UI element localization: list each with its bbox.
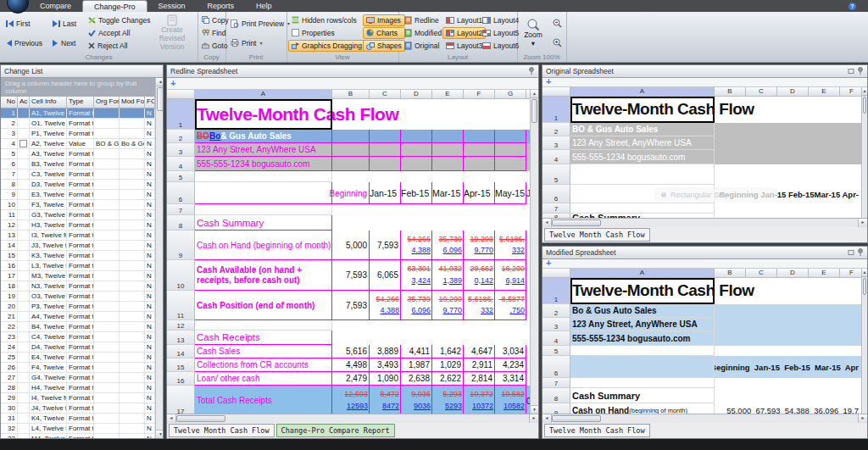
column-header-F[interactable]: F: [840, 87, 861, 97]
properties-button[interactable]: Properties: [288, 27, 365, 39]
cell-A7[interactable]: [570, 378, 715, 388]
cell-A1[interactable]: Twelve-Month Cash Flow: [195, 99, 332, 130]
row-header-5[interactable]: 5: [542, 164, 570, 185]
cell-A8[interactable]: Cash Summary: [570, 388, 715, 403]
cell-A17[interactable]: Total Cash Receipts: [195, 386, 332, 414]
scroll-right-icon[interactable]: ►: [858, 219, 867, 227]
reject-all-button[interactable]: Reject All: [85, 40, 153, 52]
cell-A7[interactable]: [570, 203, 715, 214]
cell-C9[interactable]: 7,593: [370, 231, 401, 260]
column-header-A[interactable]: A: [570, 269, 715, 278]
column-header-D[interactable]: D: [777, 87, 809, 97]
table-row[interactable]: 29I4, Twelve MFormat fN: [1, 393, 155, 403]
scroll-thumb[interactable]: [863, 278, 866, 295]
tab-compare[interactable]: Compare: [29, 0, 82, 12]
table-row[interactable]: 18N3, TwelveFormat fN: [1, 281, 155, 292]
first-button[interactable]: First: [3, 18, 46, 30]
column-header-B[interactable]: B: [715, 87, 746, 97]
zoom-out-button[interactable]: [549, 17, 565, 30]
table-row[interactable]: 2O1, TwelveFormat fN: [1, 119, 155, 129]
original-view-button[interactable]: Original: [401, 40, 445, 52]
cell-G17[interactable]: 10,58210582: [495, 386, 526, 414]
cell-C11[interactable]: 54,2664,388: [370, 291, 401, 320]
row-header-1[interactable]: 1: [167, 99, 195, 130]
row-header-16[interactable]: 16: [167, 372, 195, 386]
cell-G3[interactable]: [495, 143, 526, 157]
tab-reports[interactable]: Reports: [197, 0, 246, 12]
cell-B14[interactable]: 5,616: [332, 345, 370, 358]
scroll-up-icon[interactable]: ▲: [156, 78, 163, 86]
column-header-D[interactable]: D: [777, 269, 809, 278]
scroll-thumb[interactable]: [531, 99, 537, 123]
cell-A1[interactable]: Twelve-Month Cash Flow: [570, 97, 715, 123]
row-header-2[interactable]: 2: [542, 304, 570, 318]
column-header-C[interactable]: C: [746, 87, 777, 97]
cell-D9[interactable]: 54,2664,388: [401, 231, 432, 260]
row-header-17[interactable]: 17: [167, 386, 195, 414]
scroll-thumb[interactable]: [863, 97, 866, 114]
column-header-ac[interactable]: Ac: [18, 97, 30, 108]
row-header-4[interactable]: 4: [542, 150, 570, 164]
pin-icon[interactable]: [857, 248, 864, 257]
row-header-6[interactable]: 6: [542, 356, 570, 378]
create-revised-version-button[interactable]: Create Revised Version: [149, 15, 195, 51]
row-header-8[interactable]: 8: [542, 388, 570, 403]
cell-A15[interactable]: Collections from CR accounts: [195, 358, 332, 372]
row-header-1[interactable]: 1: [542, 278, 570, 304]
cell-E16[interactable]: 2,622: [432, 372, 464, 386]
table-row[interactable]: 32L4, Twelve fFormat fN: [1, 424, 155, 434]
cell-E4[interactable]: [432, 157, 464, 171]
cell-C10[interactable]: 6,065: [370, 260, 401, 291]
table-row[interactable]: 11G3, TwelveFormat fN: [1, 210, 155, 220]
print-button[interactable]: Print▾: [227, 37, 293, 49]
scroll-down-icon[interactable]: ▼: [531, 405, 538, 414]
sheet-tab-cash-flow[interactable]: Twelve Month Cash Flow: [544, 424, 650, 437]
row-header-5[interactable]: 5: [167, 171, 195, 182]
column-header-F[interactable]: F: [464, 90, 495, 99]
table-row[interactable]: 30J4, Twelve fFormat fN: [1, 403, 155, 414]
cell-A11[interactable]: Cash Position (end of month): [195, 291, 332, 320]
row-header-4[interactable]: 4: [167, 157, 195, 171]
corner-header[interactable]: [542, 269, 570, 278]
column-header-B[interactable]: B: [715, 269, 746, 278]
cell-G10[interactable]: 16,2006,914: [495, 260, 526, 291]
row-header-1[interactable]: 1: [542, 97, 570, 123]
cell-G11[interactable]: -8,5877,750: [495, 291, 526, 320]
column-header-cell-info[interactable]: Cell Info: [30, 97, 67, 108]
cell-F6[interactable]: Apr-15: [464, 182, 495, 204]
cell-D2[interactable]: [401, 130, 432, 143]
cell-G6[interactable]: May-15: [495, 182, 526, 204]
column-header-G[interactable]: G: [495, 90, 526, 99]
cell-E6[interactable]: Mar-15: [432, 182, 464, 204]
cell-B10[interactable]: 7,593: [332, 260, 370, 291]
cell-F10[interactable]: 29,6620,142: [464, 260, 495, 291]
cell-E15[interactable]: 1,029: [432, 358, 464, 372]
column-header-E[interactable]: E: [809, 269, 840, 278]
cell-G4[interactable]: [495, 157, 526, 171]
column-header-type[interactable]: Type: [67, 97, 94, 108]
original-vscrollbar[interactable]: ▲: [861, 87, 867, 218]
cell-C2[interactable]: [370, 130, 401, 143]
cell-C15[interactable]: 3,493: [370, 358, 401, 372]
scroll-thumb[interactable]: [176, 415, 225, 422]
column-header-fc[interactable]: FC: [145, 97, 155, 108]
cell-E9[interactable]: 35,7396,096: [432, 231, 464, 260]
table-row[interactable]: 15K3, TwelveFormat fN: [1, 251, 155, 261]
row-header-11[interactable]: 11: [167, 291, 195, 320]
modified-hscrollbar[interactable]: ◄ ►: [542, 414, 867, 423]
table-row[interactable]: 10F3, Twelve IFormat fN: [1, 200, 155, 210]
table-row[interactable]: 12H3, TwelveFormat fN: [1, 220, 155, 231]
row-header-8[interactable]: 8: [167, 215, 195, 231]
layout6-button[interactable]: Layout6: [479, 40, 522, 52]
cell-E14[interactable]: 1,642: [432, 345, 464, 358]
cell-F9[interactable]: 19,2909,770: [464, 231, 495, 260]
cell-A9[interactable]: Cash on Hand (beginning of month): [195, 231, 332, 260]
table-row[interactable]: 33M4, TwelveFormat fN: [1, 434, 155, 438]
cell-E3[interactable]: [432, 143, 464, 157]
hidden-rows-cols-button[interactable]: Hidden rows/cols: [288, 14, 365, 26]
scroll-right-icon[interactable]: ►: [529, 414, 538, 423]
cell-A7[interactable]: [195, 204, 332, 215]
change-list-scrollbar[interactable]: ▲ ▼: [155, 78, 163, 438]
table-row[interactable]: 19O3, TwelveFormat fN: [1, 292, 155, 302]
scroll-right-icon[interactable]: ►: [858, 414, 867, 423]
